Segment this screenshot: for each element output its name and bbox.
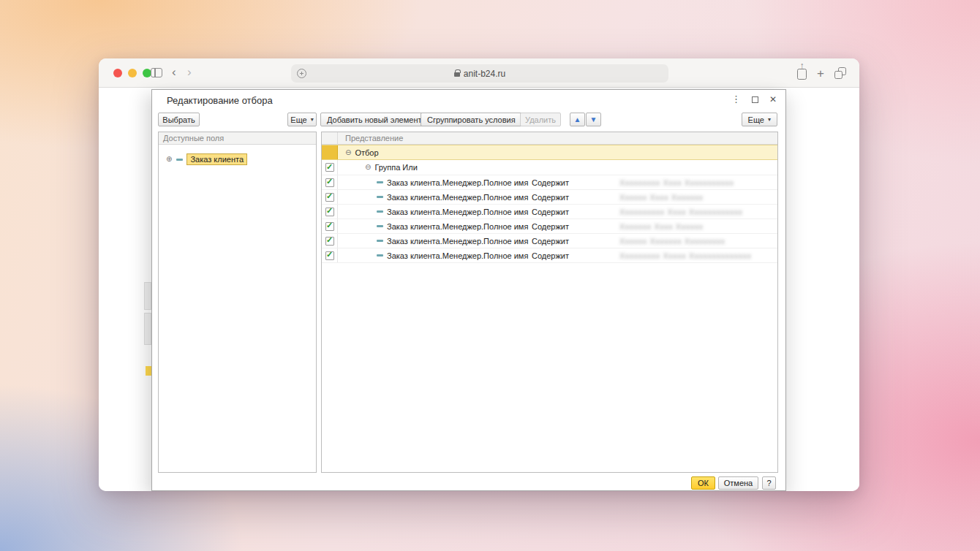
condition-cell: Содержит: [532, 237, 569, 246]
row-checkbox[interactable]: ✓: [325, 251, 334, 260]
dialog-menu-icon[interactable]: ⋮: [731, 94, 741, 105]
check-icon: ✓: [326, 207, 333, 215]
help-button[interactable]: ?: [762, 476, 776, 490]
browser-toolbar: ‹ › anit-b24.ru ↑ +: [99, 58, 859, 88]
group-conditions-button[interactable]: Сгруппировать условия: [421, 113, 522, 126]
field-icon: [377, 210, 383, 213]
share-icon[interactable]: ↑: [797, 69, 807, 80]
value-cell-blurred: Хххххххххх Хххх Хххххххххххх: [619, 208, 743, 216]
row-checkbox[interactable]: ✓: [325, 208, 334, 216]
row-marker-cell: [322, 145, 338, 159]
available-fields-header: Доступные поля: [159, 132, 316, 145]
background-page-fragment: [144, 313, 151, 345]
back-button[interactable]: ‹: [172, 64, 176, 80]
dialog-window-controls: ⋮ ✕: [731, 94, 777, 105]
maximize-icon[interactable]: [752, 96, 758, 103]
more-left-button[interactable]: Еще ▾: [287, 113, 317, 126]
condition-cell: Содержит: [532, 251, 569, 260]
value-cell-blurred: Хххххх Хххх Ххххххх: [619, 193, 704, 202]
filter-condition-row[interactable]: ✓ Заказ клиента.Менеджер.Полное имя Соде…: [322, 248, 777, 263]
delete-button[interactable]: Удалить: [520, 113, 561, 126]
site-settings-icon[interactable]: [297, 69, 306, 78]
expand-icon[interactable]: ⊕: [166, 156, 172, 163]
add-element-button[interactable]: Добавить новый элемент: [320, 113, 429, 126]
select-button[interactable]: Выбрать: [158, 113, 200, 126]
ok-button[interactable]: ОК: [691, 476, 715, 490]
check-icon: ✓: [326, 221, 333, 229]
chevron-down-icon: ▾: [768, 116, 771, 123]
move-down-button[interactable]: ▼: [586, 113, 601, 126]
row-checkbox[interactable]: ✓: [325, 222, 334, 231]
check-icon: ✓: [326, 251, 333, 259]
filter-group-row[interactable]: ✓ ⊖ Группа Или: [322, 160, 777, 175]
row-checkbox[interactable]: ✓: [325, 193, 334, 202]
collapse-icon[interactable]: ⊖: [345, 149, 351, 156]
more-right-button[interactable]: Еще ▾: [742, 113, 777, 126]
value-cell-blurred: Ххххххх Хххх Хххххх: [619, 222, 704, 231]
filter-condition-row[interactable]: ✓ Заказ клиента.Менеджер.Полное имя Соде…: [322, 205, 777, 219]
toolbar-right-icons: ↑ +: [797, 58, 846, 88]
address-text: anit-b24.ru: [464, 69, 505, 79]
condition-cell: Содержит: [532, 222, 569, 231]
check-icon: ✓: [326, 236, 333, 244]
condition-cell: Содержит: [532, 208, 569, 216]
field-icon: [377, 254, 383, 256]
filter-editor-dialog: Редактирование отбора ⋮ ✕ Выбрать Еще ▾ …: [151, 89, 786, 491]
value-cell-blurred: Ххххххххх Хххх Ххххххххххх: [619, 178, 734, 187]
field-icon: [377, 240, 383, 242]
view-table-header: Представление: [322, 132, 777, 145]
condition-cell: Содержит: [532, 193, 569, 202]
field-icon: [377, 196, 383, 198]
row-checkbox[interactable]: ✓: [325, 178, 334, 187]
condition-cell: Содержит: [532, 178, 569, 187]
sidebar-toggle-icon[interactable]: [151, 68, 162, 77]
background-page-fragment: [144, 282, 151, 310]
check-icon: ✓: [326, 163, 333, 171]
minimize-window-button[interactable]: [128, 69, 137, 77]
move-up-button[interactable]: ▲: [570, 113, 585, 126]
arrow-down-icon: ▼: [590, 115, 598, 123]
chevron-down-icon: ▾: [311, 116, 314, 123]
tree-item-order[interactable]: ⊕ Заказ клиента: [166, 153, 316, 165]
filter-condition-row[interactable]: ✓ Заказ клиента.Менеджер.Полное имя Соде…: [322, 190, 777, 205]
background-page-highlight: [146, 366, 151, 376]
filter-condition-row[interactable]: ✓ Заказ клиента.Менеджер.Полное имя Соде…: [322, 175, 777, 190]
check-icon: ✓: [326, 178, 333, 186]
collapse-icon[interactable]: ⊖: [365, 164, 371, 171]
field-icon: [377, 181, 383, 183]
desktop-background: ‹ › anit-b24.ru ↑ +: [0, 0, 980, 551]
filter-view-panel: Представление ⊖ Отбор ✓ ⊖ Группа Или: [321, 132, 778, 473]
browser-window: ‹ › anit-b24.ru ↑ +: [99, 58, 859, 491]
cancel-button[interactable]: Отмена: [718, 476, 758, 490]
dialog-close-icon[interactable]: ✕: [769, 94, 777, 104]
forward-button[interactable]: ›: [187, 64, 192, 80]
close-window-button[interactable]: [113, 69, 122, 77]
traffic-lights: [113, 69, 151, 77]
page-content: Редактирование отбора ⋮ ✕ Выбрать Еще ▾ …: [99, 88, 859, 491]
checkbox-column-header: [322, 132, 338, 144]
arrow-up-icon: ▲: [574, 115, 581, 123]
row-checkbox[interactable]: ✓: [325, 163, 334, 172]
lock-icon: [454, 72, 460, 77]
field-icon: [377, 225, 383, 227]
new-tab-icon[interactable]: +: [817, 67, 824, 80]
address-bar[interactable]: anit-b24.ru: [291, 64, 668, 83]
filter-root-row[interactable]: ⊖ Отбор: [322, 145, 777, 160]
check-icon: ✓: [326, 192, 333, 200]
value-cell-blurred: Хххххх Ххххххх Ххххххххх: [619, 237, 725, 246]
value-cell-blurred: Ххххххххх Ххххх Хххххххххххххх: [619, 251, 752, 260]
row-checkbox[interactable]: ✓: [325, 237, 334, 246]
share-arrow-icon: ↑: [800, 61, 804, 71]
field-icon: [176, 159, 183, 161]
tree-item-label[interactable]: Заказ клиента: [186, 153, 247, 165]
filter-condition-row[interactable]: ✓ Заказ клиента.Менеджер.Полное имя Соде…: [322, 234, 777, 248]
available-fields-panel: Доступные поля ⊕ Заказ клиента: [158, 132, 317, 473]
dialog-title: Редактирование отбора: [167, 95, 273, 106]
filter-condition-row[interactable]: ✓ Заказ клиента.Менеджер.Полное имя Соде…: [322, 219, 777, 234]
tab-overview-icon[interactable]: [834, 67, 846, 79]
